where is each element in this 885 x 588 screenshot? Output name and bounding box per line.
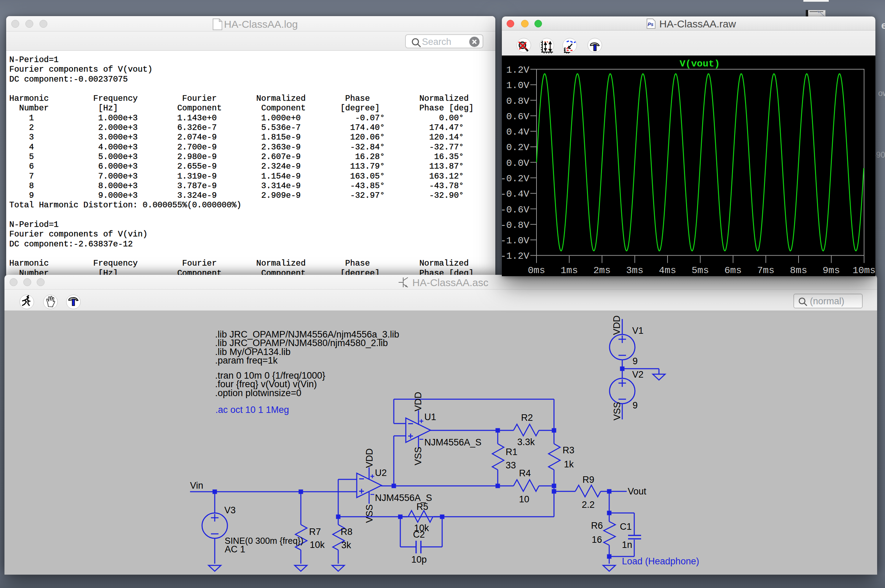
svg-text:.param freq=1k: .param freq=1k — [215, 356, 278, 366]
svg-text:1k: 1k — [564, 459, 574, 470]
svg-text:-0.6V: -0.6V — [502, 205, 529, 215]
svg-text:-0.8V: -0.8V — [502, 220, 529, 231]
svg-text:7ms: 7ms — [757, 265, 774, 276]
svg-text:V3: V3 — [224, 505, 236, 515]
svg-text:0.2V: 0.2V — [506, 142, 529, 153]
svg-text:0ms: 0ms — [528, 265, 545, 276]
svg-text:Ps: Ps — [648, 22, 653, 27]
svg-text:0.0V: 0.0V — [506, 158, 529, 169]
svg-text:R7: R7 — [309, 526, 321, 537]
svg-text:V1: V1 — [632, 326, 644, 336]
svg-text:R8: R8 — [341, 526, 353, 537]
svg-text:9: 9 — [632, 356, 638, 366]
svg-text:1n: 1n — [622, 540, 632, 550]
svg-text:10k: 10k — [310, 540, 325, 550]
svg-text:5ms: 5ms — [692, 265, 709, 276]
svg-text:V(vout): V(vout) — [680, 58, 720, 69]
svg-text:3k: 3k — [341, 540, 351, 550]
svg-text:-1.2V: -1.2V — [502, 251, 529, 261]
svg-text:33: 33 — [506, 460, 516, 471]
svg-text:2ms: 2ms — [593, 265, 611, 276]
svg-text:-1.0V: -1.0V — [502, 236, 529, 246]
svg-text:3ms: 3ms — [626, 265, 643, 276]
svg-text:NJM4556A_S: NJM4556A_S — [424, 437, 482, 447]
svg-text:0.8V: 0.8V — [506, 96, 529, 106]
svg-text:10: 10 — [519, 494, 529, 504]
svg-text:6ms: 6ms — [724, 265, 742, 276]
svg-text:R2: R2 — [521, 412, 533, 423]
svg-text:R6: R6 — [591, 520, 603, 531]
svg-text:10ms: 10ms — [852, 265, 875, 276]
svg-text:0.4V: 0.4V — [506, 127, 529, 137]
svg-text:Vin: Vin — [190, 480, 203, 490]
svg-text:VDD: VDD — [364, 448, 375, 468]
svg-text:16: 16 — [592, 534, 602, 545]
svg-text:R1: R1 — [506, 447, 518, 457]
svg-text:R4: R4 — [519, 468, 531, 478]
svg-text:-0.4V: -0.4V — [502, 189, 529, 200]
svg-text:C1: C1 — [620, 522, 632, 532]
svg-text:0.6V: 0.6V — [506, 111, 529, 122]
svg-text:1.2V: 1.2V — [506, 65, 529, 75]
svg-text:R5: R5 — [417, 502, 429, 512]
svg-text:VDD: VDD — [413, 392, 423, 411]
svg-text:-0.2V: -0.2V — [502, 173, 529, 184]
svg-text:VSS: VSS — [413, 447, 423, 465]
svg-text:9ms: 9ms — [823, 265, 840, 276]
svg-text:R3: R3 — [563, 445, 575, 455]
svg-text:VSS: VSS — [364, 504, 375, 523]
svg-text:1.0V: 1.0V — [506, 80, 529, 91]
svg-text:U1: U1 — [424, 412, 436, 422]
svg-text:3.3k: 3.3k — [517, 437, 535, 447]
svg-text:4ms: 4ms — [659, 265, 676, 276]
svg-text:AC 1: AC 1 — [225, 544, 245, 554]
svg-text:VSS: VSS — [612, 402, 622, 420]
svg-text:.option plotwinsize=0: .option plotwinsize=0 — [215, 388, 301, 398]
svg-text:1ms: 1ms — [560, 265, 578, 276]
svg-text:V2: V2 — [632, 369, 644, 380]
svg-text:10p: 10p — [411, 554, 427, 565]
svg-text:R9: R9 — [582, 475, 595, 485]
svg-text:9: 9 — [632, 400, 638, 411]
svg-text:Vout: Vout — [628, 486, 647, 496]
svg-text:U2: U2 — [375, 468, 387, 478]
svg-text:C2: C2 — [413, 530, 425, 540]
svg-text:Load (Headphone): Load (Headphone) — [622, 556, 699, 566]
svg-text:VDD: VDD — [612, 315, 622, 335]
svg-text:8ms: 8ms — [790, 265, 807, 276]
svg-text:.ac oct 10 1 1Meg: .ac oct 10 1 1Meg — [215, 405, 289, 415]
svg-text:2.2: 2.2 — [582, 500, 595, 510]
